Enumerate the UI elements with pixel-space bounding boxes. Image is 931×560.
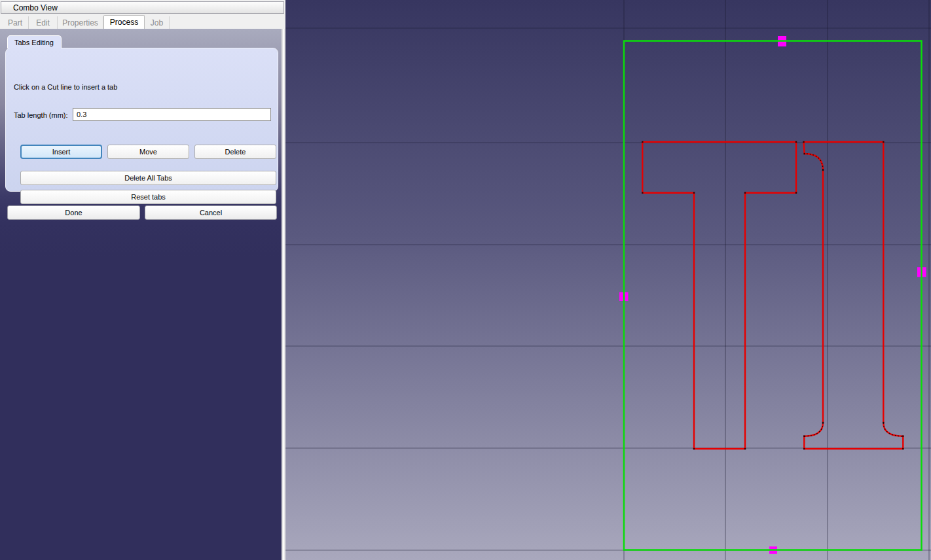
path-vertex-dot [795,192,797,194]
app-window: Combo View Part Edit Properties Process … [0,0,931,560]
tabs-editing-group-tab: Tabs Editing [7,35,62,48]
path-vertex-dot [803,448,805,449]
path-vertex-dot [883,422,884,423]
tabs-editing-groupbox: Click on a Cut line to insert a tab Tab … [5,48,278,192]
path-vertex-dot [902,436,904,437]
path-vertex-dot [693,448,695,449]
path-vertex-dot [642,192,643,194]
tab-properties[interactable]: Properties [58,16,103,29]
done-button[interactable]: Done [7,205,140,220]
path-vertex-dot [693,192,695,194]
path-vertex-dot [744,192,746,194]
path-vertex-dot [902,448,904,449]
path-vertex-dot [883,141,884,143]
path-vertex-dot [803,141,804,143]
workbench-tabbar: Part Edit Properties Process Job [0,14,282,29]
group-title: Tabs Editing [14,39,54,46]
tab-process[interactable]: Process [103,15,145,29]
process-panel: Tabs Editing Click on a Cut line to inse… [0,29,282,560]
reset-tabs-button[interactable]: Reset tabs [20,190,276,204]
path-vertex-dot [642,141,643,143]
path-vertex-dot [804,153,805,154]
cut-path-letter-l[interactable] [804,142,904,449]
path-vertex-dot [744,448,746,449]
arc-waypoint-dots [805,154,823,170]
tab-job[interactable]: Job [145,16,170,29]
tab-edit[interactable]: Edit [29,16,58,29]
tab-length-input[interactable] [73,108,271,121]
stock-outline[interactable] [624,41,922,550]
viewport-canvas[interactable] [285,0,931,560]
cancel-button[interactable]: Cancel [145,205,277,220]
delete-button[interactable]: Delete [194,145,276,159]
arc-waypoint-dots [883,423,903,436]
insert-button[interactable]: Insert [20,145,102,159]
path-vertex-dot [795,141,797,143]
delete-all-tabs-button[interactable]: Delete All Tabs [20,171,276,185]
panel-titlebar[interactable]: Combo View [1,1,284,14]
arc-waypoint-dots [804,423,823,436]
hint-text: Click on a Cut line to insert a tab [14,83,117,91]
move-button[interactable]: Move [107,145,189,159]
tab-part[interactable]: Part [2,16,29,29]
panel-title: Combo View [13,3,58,12]
3d-viewport[interactable] [285,0,931,560]
tab-length-label: Tab length (mm): [14,111,68,119]
cut-path-letter-T[interactable] [642,142,796,449]
path-vertex-dot [803,436,805,437]
path-vertex-dot [822,169,824,171]
path-vertex-dot [822,422,824,423]
combo-view-panel: Combo View Part Edit Properties Process … [0,0,285,560]
